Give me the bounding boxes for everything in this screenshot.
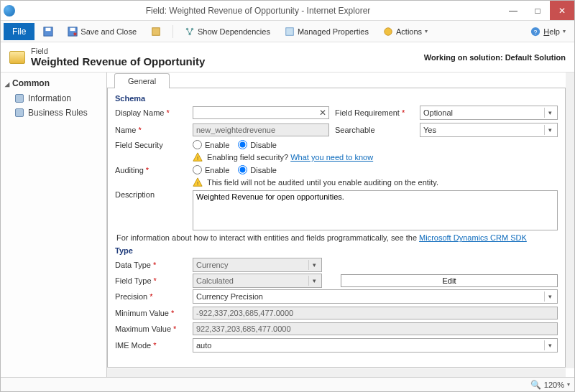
show-dependencies-button[interactable]: Show Dependencies [179, 24, 276, 39]
ie-icon [4, 5, 15, 17]
solution-indicator: Working on solution: Default Solution [424, 53, 566, 62]
window-title: Field: Weighted Revenue of Opportunity -… [15, 6, 501, 16]
save-and-close-button[interactable]: Save and Close [62, 24, 142, 39]
warning-icon: ! [193, 152, 203, 162]
horizontal-scrollbar[interactable] [107, 368, 566, 377]
precision-label: Precision [115, 292, 187, 301]
section-schema: Schema [115, 94, 558, 103]
svg-rect-1 [46, 27, 51, 30]
zoom-level: 120% [544, 381, 564, 389]
field-type-label: Field Type [115, 276, 187, 285]
chevron-down-icon[interactable]: ▾ [567, 381, 570, 388]
status-bar: 🔍 120% ▾ [1, 377, 574, 391]
information-icon [15, 94, 24, 103]
minimum-value-input[interactable] [193, 307, 558, 319]
chevron-down-icon [544, 340, 556, 350]
ime-mode-label: IME Mode [115, 341, 187, 350]
page-title: Weighted Revenue of Opportunity [31, 55, 205, 67]
sidebar-item-business-rules[interactable]: Business Rules [5, 106, 102, 120]
chevron-down-icon [308, 276, 320, 286]
searchable-select[interactable]: Yes [420, 123, 558, 137]
field-security-disable[interactable]: Disable [238, 140, 277, 149]
field-requirement-label: Field Requirement [335, 108, 414, 117]
actions-icon [383, 27, 393, 37]
save-button[interactable] [37, 24, 59, 39]
maximum-value-input[interactable] [193, 322, 558, 335]
auditing-disable[interactable]: Disable [238, 165, 277, 174]
sidebar-group-common[interactable]: Common [5, 78, 102, 88]
sidebar-item-label: Information [28, 93, 71, 103]
managed-props-icon [285, 27, 295, 37]
chevron-down-icon: ▾ [563, 28, 566, 34]
clear-icon[interactable]: ✕ [319, 108, 326, 118]
folder-icon [9, 51, 25, 64]
rules-icon [15, 108, 24, 117]
save-close-label: Save and Close [80, 27, 137, 36]
title-bar: Field: Weighted Revenue of Opportunity -… [1, 1, 574, 21]
chevron-down-icon [544, 125, 556, 135]
field-requirement-select[interactable]: Optional [420, 106, 558, 120]
close-button[interactable]: ✕ [550, 1, 574, 20]
svg-text:!: ! [197, 155, 198, 162]
chevron-down-icon [544, 108, 556, 118]
edit-button[interactable]: Edit [341, 274, 558, 287]
data-type-select[interactable]: Currency [193, 258, 322, 272]
toolbar-separator [172, 25, 173, 38]
properties-icon [151, 27, 161, 37]
field-security-label: Field Security [115, 141, 187, 149]
display-name-label: Display Name [115, 108, 187, 117]
svg-rect-3 [70, 27, 75, 30]
managed-properties-button[interactable]: Managed Properties [279, 24, 374, 39]
display-name-input[interactable] [193, 106, 329, 119]
sidebar-item-label: Business Rules [28, 108, 88, 118]
help-label: Help [543, 27, 560, 36]
security-warning-link[interactable]: What you need to know [290, 153, 373, 162]
field-security-enable[interactable]: Enable [193, 140, 229, 149]
ime-mode-select[interactable]: auto [193, 338, 558, 353]
auditing-enable[interactable]: Enable [193, 165, 229, 174]
chevron-down-icon [544, 291, 556, 302]
help-button[interactable]: ? Help ▾ [525, 24, 571, 39]
name-input[interactable] [193, 123, 329, 136]
actions-menu[interactable]: Actions ▾ [377, 24, 433, 39]
maximum-value-label: Maximum Value [115, 325, 187, 333]
security-warning-text: Enabling field security? What you need t… [207, 153, 373, 162]
description-label: Description [115, 190, 187, 199]
sdk-info: For information about how to interact wi… [116, 233, 558, 242]
minimize-button[interactable]: — [501, 1, 525, 20]
field-type-select[interactable]: Calculated [193, 274, 322, 288]
svg-rect-4 [152, 27, 160, 35]
show-deps-label: Show Dependencies [198, 27, 270, 36]
audit-warning-text: This field will not be audited until you… [207, 178, 438, 187]
vertical-scrollbar[interactable] [566, 73, 574, 368]
entity-type: Field [31, 47, 205, 55]
section-type: Type [115, 246, 558, 255]
sidebar-item-information[interactable]: Information [5, 91, 102, 106]
toolbar-icon-button[interactable] [145, 24, 167, 39]
name-label: Name [115, 126, 187, 134]
crm-sdk-link[interactable]: Microsoft Dynamics CRM SDK [419, 233, 527, 242]
svg-text:?: ? [534, 28, 538, 35]
warning-icon: ! [193, 177, 203, 187]
managed-props-label: Managed Properties [298, 27, 369, 36]
tab-general[interactable]: General [114, 73, 170, 88]
dependencies-icon [185, 27, 195, 37]
chevron-down-icon: ▾ [425, 28, 428, 34]
help-icon: ? [530, 27, 540, 37]
page-header: Field Weighted Revenue of Opportunity Wo… [1, 42, 574, 73]
file-menu[interactable]: File [4, 23, 34, 40]
description-textarea[interactable] [193, 190, 558, 230]
toolbar: File Save and Close Show Dependencies Ma… [1, 21, 574, 42]
sidebar: Common Information Business Rules [1, 73, 107, 377]
searchable-label: Searchable [335, 126, 414, 134]
precision-select[interactable]: Currency Precision [193, 289, 558, 304]
svg-rect-8 [286, 27, 294, 35]
save-close-icon [68, 27, 78, 37]
svg-text:!: ! [197, 180, 198, 187]
auditing-label: Auditing [115, 166, 187, 174]
maximize-button[interactable]: □ [525, 1, 550, 20]
actions-label: Actions [396, 27, 422, 36]
zoom-icon[interactable]: 🔍 [530, 380, 541, 390]
data-type-label: Data Type [115, 261, 187, 269]
minimum-value-label: Minimum Value [115, 309, 187, 317]
